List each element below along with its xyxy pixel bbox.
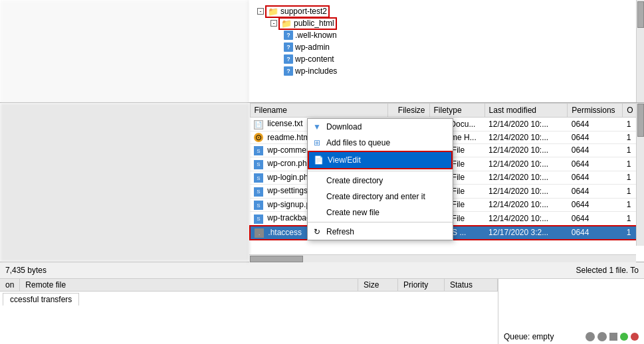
context-menu-download[interactable]: ▼ Download: [308, 119, 453, 135]
cell-modified: 12/14/2020 10:...: [484, 171, 568, 185]
tree-label-wp-admin: wp-admin: [295, 43, 330, 52]
cell-modified: 12/14/2020 10:...: [484, 157, 568, 171]
access-icon: .: [255, 228, 264, 238]
transfer-header: on Remote file Size Priority Status: [0, 279, 498, 292]
cell-modified: 12/14/2020 10:...: [484, 143, 568, 157]
queue-icon: ⊞: [312, 137, 322, 148]
folder-new-icon: [312, 175, 322, 186]
context-menu-view-edit[interactable]: 📄 View/Edit: [308, 151, 453, 169]
cell-perms: 0644: [568, 118, 623, 131]
transfer-tab-successful[interactable]: ccessful transfers: [3, 293, 79, 305]
menu-divider: [308, 171, 453, 171]
lock-icon: [586, 332, 595, 341]
filename-label: license.txt: [267, 119, 302, 128]
cell-perms: 0644: [568, 171, 623, 185]
disconnect-icon[interactable]: [631, 333, 639, 341]
tree-item-public-html[interactable]: - 📁 public_html: [252, 17, 641, 29]
expand-icon[interactable]: -: [270, 20, 277, 27]
folder-icon: 📁: [281, 19, 292, 29]
col-filetype[interactable]: Filetype: [429, 104, 484, 118]
top-panel: - 📁 support-test2 - 📁 public_html ? .wel…: [0, 0, 644, 103]
filename-label: wp-cron.php: [267, 159, 311, 168]
unknown-icon: ?: [284, 66, 293, 76]
tree-item-support-test2[interactable]: - 📁 support-test2: [252, 5, 641, 17]
context-menu-refresh[interactable]: ↻ Refresh: [308, 224, 453, 240]
cell-perms: 0644: [568, 143, 623, 157]
download-icon: ▼: [312, 122, 322, 132]
queue-status-area: Queue: empty: [498, 279, 644, 344]
cell-modified: 12/17/2020 3:2...: [484, 226, 568, 240]
cell-perms: 0644: [568, 198, 623, 212]
tree-label-wp-includes: wp-includes: [295, 66, 337, 76]
php-icon: S: [254, 173, 263, 183]
refresh-icon: ↻: [312, 226, 322, 237]
col-permissions[interactable]: Permissions: [568, 104, 623, 118]
context-menu-create-dir[interactable]: Create directory: [308, 173, 453, 189]
col-on: on: [0, 279, 20, 291]
tree-item-wp-content[interactable]: ? wp-content: [252, 53, 641, 65]
php-icon: S: [254, 215, 263, 224]
tree-item-wp-admin[interactable]: ? wp-admin: [252, 41, 641, 53]
tree-scrollbar[interactable]: [636, 0, 644, 102]
tree-label-support-test2: support-test2: [280, 7, 327, 16]
scrollbar-thumb[interactable]: [637, 104, 644, 137]
cell-perms: 0644: [568, 226, 623, 240]
menu-item-label-create-file: Create new file: [326, 208, 379, 217]
context-menu-add-queue[interactable]: ⊞ Add files to queue: [308, 135, 453, 151]
cell-perms: 0644: [568, 212, 623, 226]
tree-item-wp-includes[interactable]: ? wp-includes: [252, 65, 641, 77]
context-menu-create-file[interactable]: Create new file: [308, 205, 453, 220]
hscrollbar-thumb[interactable]: [250, 256, 303, 262]
folder-enter-icon: [312, 191, 322, 202]
cell-modified: 12/14/2020 10:...: [484, 185, 568, 199]
menu-item-label-create-dir: Create directory: [326, 176, 383, 185]
view-icon: 📄: [313, 155, 324, 165]
cell-modified: 12/14/2020 10:...: [484, 198, 568, 212]
php-icon: S: [254, 160, 263, 169]
menu-item-label-queue: Add files to queue: [326, 138, 390, 147]
left-file-list: [0, 103, 249, 262]
expand-icon[interactable]: -: [257, 8, 264, 15]
cell-modified: 12/14/2020 10:...: [484, 118, 568, 131]
cell-modified: 12/14/2020 10:...: [484, 212, 568, 226]
filename-label: .htaccess: [268, 228, 302, 237]
context-menu-create-dir-enter[interactable]: Create directory and enter it: [308, 189, 453, 205]
scrollbar-thumb[interactable]: [637, 1, 644, 28]
right-file-tree: - 📁 support-test2 - 📁 public_html ? .wel…: [249, 0, 644, 102]
tree-item-well-known[interactable]: ? .well-known: [252, 29, 641, 41]
new-file-icon: [312, 207, 322, 218]
settings-icon: [609, 333, 617, 341]
queue-label: Queue: empty: [504, 332, 554, 341]
tree-label-public-html: public_html: [294, 19, 334, 28]
col-size: Size: [358, 279, 398, 291]
cell-perms: 0644: [568, 157, 623, 171]
filename-label: wp-login.php: [267, 173, 312, 182]
folder-icon: 📁: [268, 7, 278, 17]
tree-label-well-known: .well-known: [295, 31, 337, 40]
php-icon: S: [254, 187, 263, 197]
file-list-hscrollbar[interactable]: [249, 254, 636, 262]
html-icon: ⊙: [254, 133, 263, 142]
context-menu: ▼ Download ⊞ Add files to queue 📄 View/E…: [307, 118, 453, 240]
menu-item-label-create-dir-enter: Create directory and enter it: [326, 192, 425, 201]
php-icon: S: [254, 146, 263, 155]
unknown-icon: ?: [284, 43, 293, 52]
unknown-icon: ?: [284, 54, 293, 64]
col-status: Status: [445, 279, 498, 291]
col-filename[interactable]: Filename: [250, 104, 388, 118]
connect-icon[interactable]: [620, 333, 628, 341]
cell-perms: 0644: [568, 185, 623, 199]
col-lastmodified[interactable]: Last modified: [484, 104, 568, 118]
menu-item-label-view: View/Edit: [328, 155, 361, 165]
txt-icon: 📄: [254, 120, 263, 129]
file-list-scrollbar[interactable]: [636, 103, 644, 246]
col-priority: Priority: [398, 279, 445, 291]
col-filesize[interactable]: Filesize: [388, 104, 429, 118]
menu-divider-2: [308, 222, 453, 222]
unknown-icon: ?: [284, 31, 293, 40]
tree-label-wp-content: wp-content: [295, 54, 334, 64]
col-remote-file: Remote file: [20, 279, 358, 291]
php-icon: S: [254, 201, 263, 210]
selected-status: Selected 1 file. To: [576, 266, 639, 275]
cell-perms: 0644: [568, 131, 623, 143]
